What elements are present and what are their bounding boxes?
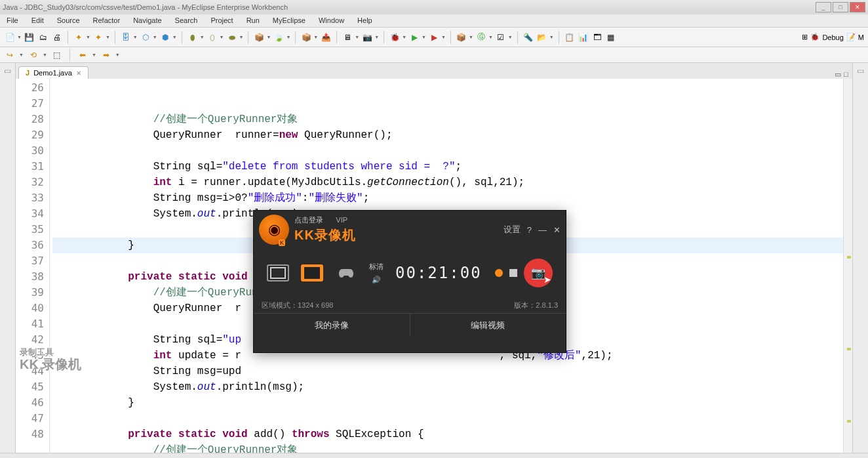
kk-volume-icon[interactable]: 🔊 (372, 276, 381, 284)
kk-bottom-buttons: 我的录像 编辑视频 (254, 313, 566, 337)
kk-timer: 00:21:00 (395, 264, 482, 282)
menu-project[interactable]: Project (204, 14, 239, 27)
tab-max-icon[interactable]: □ (844, 70, 848, 79)
bug-icon: 🐞 (810, 33, 819, 41)
run-icon[interactable]: ▶ (408, 31, 420, 43)
kk-stop-button[interactable] (509, 269, 517, 277)
search-icon[interactable]: 🔦 (523, 31, 534, 43)
kk-brand: KK录像机 (294, 226, 356, 244)
kk-logo-icon: ◉ (259, 215, 289, 245)
kk-mode-fullscreen[interactable] (267, 264, 289, 281)
bean2-icon[interactable]: ⬯ (207, 31, 218, 43)
open-perspective-icon[interactable]: ⊞ (802, 33, 808, 41)
left-trim: ▭ (0, 63, 16, 453)
perspective-switcher[interactable]: ⊞ 🐞 Debug 📝 M (802, 33, 864, 41)
kk-info-bar: 区域模式：868 x 458 版本：2.8.1.3 (254, 297, 566, 313)
menu-edit[interactable]: Edit (25, 14, 50, 27)
menu-help[interactable]: Help (351, 14, 379, 27)
ext-icon[interactable]: ▶ (428, 31, 440, 43)
new-icon[interactable]: 📄 (4, 31, 16, 43)
menu-search[interactable]: Search (168, 14, 205, 27)
overview-ruler[interactable] (843, 79, 852, 453)
misc1-icon[interactable]: 📋 (564, 31, 576, 43)
menu-run[interactable]: Run (240, 14, 266, 27)
tool1-icon[interactable]: ⬡ (140, 31, 151, 43)
build-icon[interactable]: 📦 (300, 31, 312, 43)
kk-quality-label[interactable]: 标清 (369, 262, 384, 272)
print-icon[interactable]: 🖨 (51, 31, 63, 43)
task-icon[interactable]: ☑ (495, 31, 507, 43)
menu-refactor[interactable]: Refactor (87, 14, 127, 27)
menu-myeclipse[interactable]: MyEclipse (266, 14, 312, 27)
nav-icon[interactable]: ↪ (4, 49, 16, 61)
kk-titlebar[interactable]: ◉ 点击登录 VIP KK录像机 设置 ? — ✕ (254, 211, 566, 249)
save-all-icon[interactable]: 🗂 (37, 31, 49, 43)
kk-minimize-icon[interactable]: — (538, 225, 547, 235)
kk-record-button[interactable] (495, 269, 503, 277)
server-icon[interactable]: 🖥 (342, 31, 353, 43)
kk-version: 版本：2.8.1.3 (514, 301, 558, 310)
kk-help-icon[interactable]: ? (527, 225, 532, 235)
db-icon[interactable]: 🗄 (120, 31, 132, 43)
struts-icon[interactable]: 📦 (253, 31, 265, 43)
right-trim: ▭ (852, 63, 868, 453)
kk-my-recordings-button[interactable]: 我的录像 (254, 314, 410, 337)
spring-icon[interactable]: 🍃 (273, 31, 285, 43)
java-file-icon: J (26, 69, 30, 77)
editor-tabstrip: J Demo1.java ✕ ▭ □ (16, 63, 852, 79)
wizard-icon[interactable]: ✦ (73, 31, 85, 43)
camera-icon[interactable]: 📷 (361, 31, 373, 43)
debug-icon[interactable]: 🐞 (389, 31, 401, 43)
misc4-icon[interactable]: ▦ (605, 31, 617, 43)
close-button[interactable]: ✕ (850, 2, 865, 12)
kk-mode-game[interactable] (335, 264, 357, 281)
maximize-button[interactable]: □ (833, 2, 848, 12)
wizard2-icon[interactable]: ✦ (92, 31, 104, 43)
kk-controls: 标清 🔊 00:21:00 📷➤ (254, 249, 566, 297)
status-bar (0, 453, 868, 458)
kk-vip-label[interactable]: VIP (336, 216, 347, 224)
editor-tab[interactable]: J Demo1.java ✕ (18, 66, 89, 79)
tab-min-icon[interactable]: ▭ (835, 70, 841, 79)
bean3-icon[interactable]: ⬬ (226, 31, 238, 43)
window-titlebar: Java - JDBC_Study03/src/com/cssve/test/D… (0, 0, 868, 14)
open-icon[interactable]: 📂 (536, 31, 548, 43)
kk-mode-region[interactable] (301, 264, 323, 281)
window-title: Java - JDBC_Study03/src/com/cssve/test/D… (3, 3, 814, 11)
kk-edit-video-button[interactable]: 编辑视频 (410, 314, 566, 337)
menu-source[interactable]: Source (50, 14, 87, 27)
secondary-toolbar: ↪▼ ⟲▼ ⬚ ⬅▼ ➡▼ (0, 47, 868, 63)
line-gutter: 2627282930313233343536373839404142434445… (16, 79, 50, 453)
menu-bar: File Edit Source Refactor Navigate Searc… (0, 14, 868, 28)
back-icon[interactable]: ⬅ (77, 49, 89, 61)
menu-file[interactable]: File (0, 14, 25, 27)
menu-navigate[interactable]: Navigate (127, 14, 168, 27)
kk-settings-link[interactable]: 设置 (503, 224, 521, 236)
cursor-icon: ➤ (543, 274, 551, 285)
kk-recorder-window[interactable]: ◉ 点击登录 VIP KK录像机 设置 ? — ✕ 标清 🔊 00:21:00 … (253, 210, 566, 353)
kk-screenshot-button[interactable]: 📷➤ (524, 259, 553, 287)
main-toolbar: 📄▼ 💾 🗂 🖨 ✦▼ ✦▼ 🗄▼ ⬡▼ ⬢▼ ⬮▼ ⬯▼ ⬬▼ 📦▼ 🍃▼ 📦… (0, 28, 868, 47)
fwd-icon[interactable]: ➡ (100, 49, 112, 61)
class-icon[interactable]: Ⓖ (475, 31, 487, 43)
save-icon[interactable]: 💾 (24, 31, 35, 43)
nav2-icon[interactable]: ⟲ (28, 49, 39, 61)
kk-mode-info: 区域模式：868 x 458 (262, 301, 333, 310)
kk-close-icon[interactable]: ✕ (553, 225, 561, 235)
edit-perspective-icon[interactable]: 📝 (846, 33, 856, 41)
tool2-icon[interactable]: ⬢ (159, 31, 171, 43)
menu-window[interactable]: Window (312, 14, 351, 27)
nav3-icon[interactable]: ⬚ (51, 49, 63, 61)
close-tab-icon[interactable]: ✕ (76, 70, 81, 77)
pkg-icon[interactable]: 📦 (456, 31, 467, 43)
misc3-icon[interactable]: 🗔 (591, 31, 603, 43)
misc2-icon[interactable]: 📊 (578, 31, 589, 43)
tab-label: Demo1.java (33, 69, 72, 77)
minimize-button[interactable]: _ (816, 2, 831, 12)
restore-view-r-icon[interactable]: ▭ (853, 63, 868, 79)
kk-login-link[interactable]: 点击登录 (294, 216, 323, 224)
restore-view-icon[interactable]: ▭ (0, 63, 15, 79)
bean-icon[interactable]: ⬮ (187, 31, 199, 43)
deploy-icon[interactable]: 📤 (320, 31, 332, 43)
